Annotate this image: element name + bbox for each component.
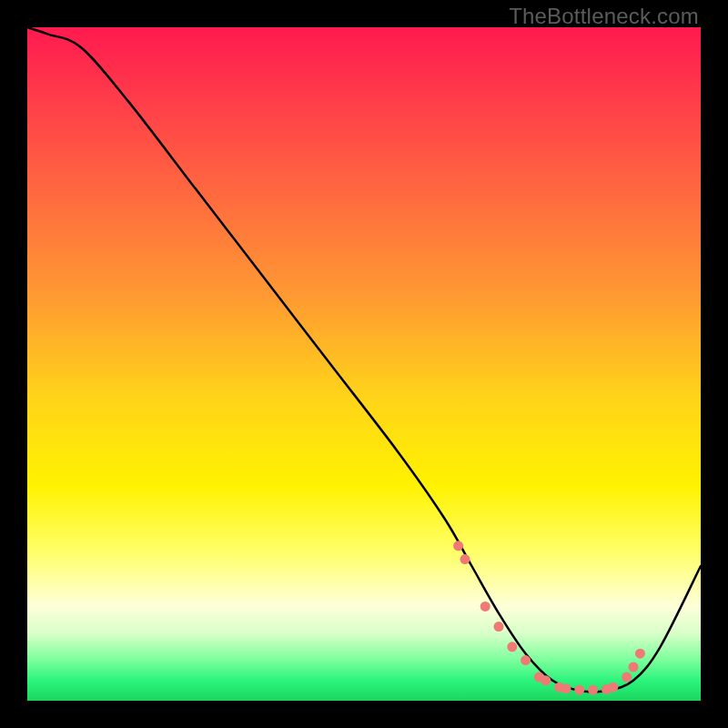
marker-dot [629, 662, 639, 672]
plot-area [27, 27, 701, 701]
marker-dot [480, 602, 490, 612]
marker-dot [460, 554, 470, 564]
marker-dot [507, 642, 517, 652]
marker-dot [574, 685, 584, 695]
marker-dot [453, 541, 463, 551]
bottleneck-curve [27, 27, 701, 692]
watermark-text: TheBottleneck.com [509, 4, 699, 29]
marker-dot [622, 672, 632, 682]
highlight-markers [453, 541, 645, 694]
marker-dot [608, 682, 618, 693]
marker-dot [541, 675, 551, 685]
chart-frame: TheBottleneck.com [0, 0, 728, 728]
marker-dot [561, 683, 571, 693]
curve-svg [27, 27, 701, 701]
marker-dot [494, 622, 504, 632]
marker-dot [521, 655, 531, 665]
marker-dot [635, 649, 645, 659]
marker-dot [588, 685, 598, 695]
